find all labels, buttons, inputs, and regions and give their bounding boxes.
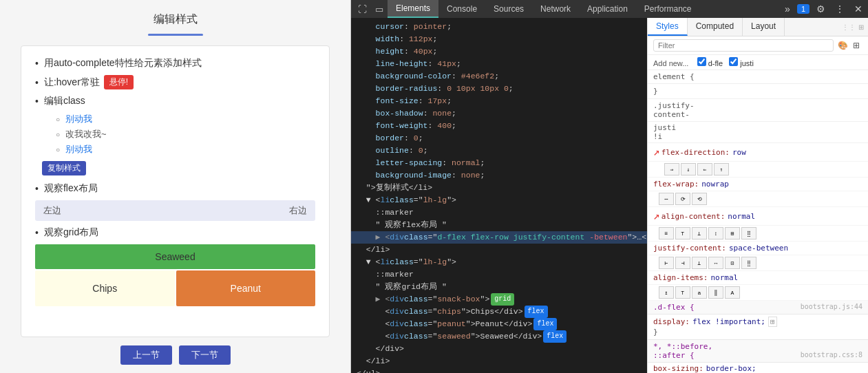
cursor-icon[interactable]: ⛶ <box>354 4 371 14</box>
align-items-visual: ↥ ⊤ a ‖ A <box>648 285 868 301</box>
element-style-section: element { <box>648 70 868 84</box>
next-button[interactable]: 下一节 <box>179 345 231 365</box>
d-flex-close: } <box>653 328 862 337</box>
prop-justify-content: justify-content: space-between <box>648 242 868 255</box>
align-content-btn-2[interactable]: ⊤ <box>675 227 690 239</box>
flex-dir-btn-4[interactable]: ⇑ <box>714 163 729 175</box>
align-content-btn-4[interactable]: ↕ <box>708 227 723 239</box>
more-tabs-icon[interactable]: » <box>782 2 793 16</box>
checkbox-justi[interactable] <box>729 57 738 66</box>
box-sizing-prop-val: border-box; <box>706 364 756 373</box>
tab-network[interactable]: Network <box>532 0 579 18</box>
styles-panel: Styles Computed Layout ⋮⋮ ⊞ 🎨 ⊞ Ad <box>647 18 868 373</box>
star-source: bootstrap.css:8 <box>801 351 862 359</box>
checkbox-dflex[interactable] <box>697 57 706 66</box>
align-content-btn-5[interactable]: ⊞ <box>725 227 740 239</box>
styles-tab-styles[interactable]: Styles <box>648 18 688 36</box>
flex-direction-value <box>730 163 736 175</box>
prop-val-align-content[interactable]: normal <box>728 212 755 221</box>
code-line: letter-spacing: normal; <box>351 157 647 169</box>
align-content-btn-1[interactable]: ≡ <box>659 227 674 239</box>
ai-btn-1[interactable]: ↥ <box>659 286 674 299</box>
justi-label: justi <box>740 59 754 67</box>
tab-application[interactable]: Application <box>579 0 636 18</box>
ai-btn-5[interactable]: A <box>725 286 740 299</box>
tab-count-badge: 1 <box>797 4 809 14</box>
ai-btn-3[interactable]: a <box>692 286 707 299</box>
code-line: box-shadow: none; <box>351 107 647 120</box>
wrap-btn-3[interactable]: ⟲ <box>692 193 707 205</box>
devtools-tab-icons: » 1 ⚙ ⋮ ✕ <box>782 2 865 16</box>
styles-tab-layout[interactable]: Layout <box>743 18 785 36</box>
devtools-body: cursor: pointer; width: 112px; height: 4… <box>351 18 868 373</box>
link-dongtwo-1[interactable]: 别动我 <box>65 113 92 125</box>
prop-val-flex-wrap[interactable]: nowrap <box>701 180 729 189</box>
align-content-visual: ≡ ⊤ ⊥ ↕ ⊞ ⣿ <box>648 226 868 242</box>
more-options-icon[interactable]: ⋮ <box>832 2 847 16</box>
tab-sources[interactable]: Sources <box>485 0 532 18</box>
code-line: background-color: #4e6ef2; <box>351 70 647 83</box>
settings-icon[interactable]: ⚙ <box>814 2 828 16</box>
wrap-btn-2[interactable]: ⟳ <box>675 193 690 205</box>
add-new-rule[interactable]: Add new... d-fle justi <box>648 55 868 70</box>
tab-performance[interactable]: Performance <box>636 0 700 18</box>
flex-dir-btn-3[interactable]: ⇐ <box>697 163 712 175</box>
copy-style-button[interactable]: 复制样式 <box>42 161 86 175</box>
prop-val-flex-direction[interactable]: row <box>732 148 746 157</box>
star-props: box-sizing: border-box; } <box>648 363 868 373</box>
extra-icon-2[interactable]: ⊞ <box>858 23 864 31</box>
code-line: " 观察flex布局 " <box>351 219 647 231</box>
arrow-align-content: ↗ <box>653 209 660 223</box>
code-line: border-radius: 0 10px 10px 0; <box>351 83 647 95</box>
stop-button[interactable]: 悬停! <box>104 75 134 89</box>
code-line: height: 40px; <box>351 45 647 58</box>
code-line: <div class="seaweed">Seaweed</div> flex <box>351 330 647 343</box>
grid-cell-seaweed: Seaweed <box>35 244 315 269</box>
flex-dir-btn-1[interactable]: ⇒ <box>664 163 679 175</box>
styles-filter-input[interactable] <box>653 39 834 52</box>
align-content-btn-6[interactable]: ⣿ <box>741 227 756 239</box>
wrap-btn-1[interactable]: ⋯ <box>659 193 674 205</box>
grid-cell-peanut: Peanut <box>176 270 316 306</box>
list-item-2: 让:hover常驻 悬停! <box>35 75 315 89</box>
prop-val-align-items[interactable]: normal <box>710 273 738 282</box>
jc-btn-4[interactable]: ↔ <box>708 257 723 269</box>
code-line: ▼ <li class="lh-lg"> <box>351 256 647 268</box>
jc-btn-6[interactable]: ⣿ <box>741 257 756 269</box>
ai-btn-2[interactable]: ⊤ <box>675 286 690 299</box>
flex-wrap-visual: ⋯ ⟳ ⟲ <box>648 191 868 207</box>
grid-toggle-icon[interactable]: ⊞ <box>768 317 777 327</box>
devtools-panel: ⛶ ▭ Elements Console Sources Network App… <box>351 0 868 373</box>
title-underline <box>148 34 203 36</box>
link-dongtwo-2[interactable]: 别动我 <box>65 143 92 156</box>
code-line: " 观察grid布局 " <box>351 281 647 293</box>
sub-item-3: 别动我 <box>56 143 315 156</box>
filter-icon-2[interactable]: ⊞ <box>850 39 862 52</box>
code-panel[interactable]: cursor: pointer; width: 112px; height: 4… <box>351 18 647 373</box>
prop-align-items: align-items: normal <box>648 271 868 285</box>
prop-val-justify-content[interactable]: space-between <box>729 244 788 253</box>
jc-btn-3[interactable]: ⊥ <box>692 257 707 269</box>
flex-dir-btn-2[interactable]: ⇓ <box>681 163 696 175</box>
bottom-navigation: 上一节 下一节 <box>0 337 350 373</box>
device-icon[interactable]: ▭ <box>371 4 388 14</box>
extra-icon-1[interactable]: ⋮⋮ <box>842 23 856 31</box>
sub-list: 别动我 改我改我~ 别动我 <box>35 113 315 156</box>
ai-btn-4[interactable]: ‖ <box>708 286 723 299</box>
tab-elements[interactable]: Elements <box>388 0 438 18</box>
devtools-tab-bar: ⛶ ▭ Elements Console Sources Network App… <box>351 0 868 18</box>
panel-title: 编辑样式 <box>0 0 350 31</box>
sub-item-1: 别动我 <box>56 113 315 125</box>
align-content-btn-3[interactable]: ⊥ <box>692 227 707 239</box>
jc-btn-5[interactable]: ⊡ <box>725 257 740 269</box>
filter-icon-1[interactable]: 🎨 <box>836 39 849 52</box>
styles-tab-computed[interactable]: Computed <box>688 18 743 36</box>
close-icon[interactable]: ✕ <box>851 2 865 16</box>
jc-btn-2[interactable]: ⊣ <box>675 257 690 269</box>
tab-console[interactable]: Console <box>438 0 485 18</box>
content-area: 用auto-complete特性给元素添加样式 让:hover常驻 悬停! 编辑… <box>21 45 330 337</box>
code-line: ::marker <box>351 268 647 281</box>
sub-item-2: 改我改我~ <box>56 128 315 140</box>
prev-button[interactable]: 上一节 <box>120 345 172 365</box>
jc-btn-1[interactable]: ⊢ <box>659 257 674 269</box>
